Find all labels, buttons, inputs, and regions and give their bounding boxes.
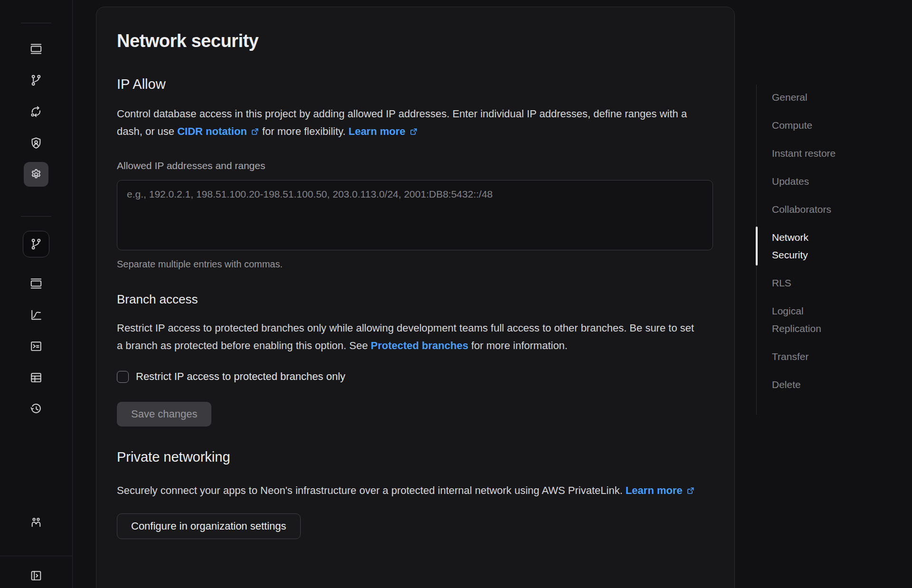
sidebar-item-monitoring[interactable] xyxy=(24,303,48,327)
external-link-icon xyxy=(409,127,418,136)
settings-card: Network security IP Allow Control databa… xyxy=(96,7,735,588)
save-changes-button[interactable]: Save changes xyxy=(117,402,211,427)
sidebar-item-overview[interactable] xyxy=(24,271,48,296)
configure-org-settings-button[interactable]: Configure in organization settings xyxy=(117,513,301,539)
sidebar-item-tables[interactable] xyxy=(24,365,48,390)
sidebar-item-sql-editor[interactable] xyxy=(24,334,48,359)
sidebar-item-branches[interactable] xyxy=(24,68,48,93)
project-settings-nav: GeneralComputeInstant restoreUpdatesColl… xyxy=(772,88,841,404)
private-networking-learn-more-link[interactable]: Learn more xyxy=(626,484,695,496)
ip-allow-description: Control database access in this project … xyxy=(117,105,697,140)
ip-field-helper: Separate multiple entries with commas. xyxy=(117,259,714,270)
nav-item-updates[interactable]: Updates xyxy=(772,172,841,190)
nav-item-delete[interactable]: Delete xyxy=(772,376,841,393)
restore-icon xyxy=(29,105,43,118)
nav-item-instant-restore[interactable]: Instant restore xyxy=(772,144,841,162)
ip-allow-heading: IP Allow xyxy=(117,76,714,93)
sidebar-item-project-branch[interactable] xyxy=(23,231,49,257)
private-networking-description: Securely connect your apps to Neon's inf… xyxy=(117,482,697,499)
sidebar-item-roles[interactable] xyxy=(24,131,48,155)
nav-item-network-security[interactable]: Network Security xyxy=(772,228,841,264)
protected-branches-link[interactable]: Protected branches xyxy=(370,340,468,351)
people-icon xyxy=(29,516,43,529)
terminal-icon xyxy=(29,340,43,353)
windows-icon xyxy=(29,277,43,290)
table-icon xyxy=(29,371,43,384)
sidebar-divider xyxy=(21,216,51,217)
sidebar-item-history[interactable] xyxy=(24,397,48,421)
external-link-icon xyxy=(686,486,695,495)
ip-allow-learn-more-link[interactable]: Learn more xyxy=(349,125,418,137)
private-networking-heading: Private networking xyxy=(117,448,714,465)
gear-icon xyxy=(29,168,43,181)
sidebar-divider xyxy=(0,556,72,556)
sidebar-collapse-button[interactable] xyxy=(24,563,48,588)
branch-access-description: Restrict IP access to protected branches… xyxy=(117,319,697,354)
sidebar-item-settings[interactable] xyxy=(24,162,48,187)
restrict-ip-checkbox[interactable] xyxy=(117,371,129,383)
branch-access-heading: Branch access xyxy=(117,292,714,307)
windows-icon xyxy=(29,42,43,56)
git-branch-icon xyxy=(29,237,43,251)
nav-item-general[interactable]: General xyxy=(772,88,841,106)
git-branch-icon xyxy=(29,74,43,87)
sidebar-item-dashboard[interactable] xyxy=(24,37,48,61)
sidebar-divider xyxy=(21,23,51,23)
sidebar-item-invite-people[interactable] xyxy=(24,510,48,535)
left-icon-sidebar xyxy=(0,0,73,588)
nav-item-logical-replication[interactable]: Logical Replication xyxy=(772,302,841,337)
sidebar-item-restore[interactable] xyxy=(24,99,48,124)
nav-item-transfer[interactable]: Transfer xyxy=(772,348,841,365)
private-networking-desc-text: Securely connect your apps to Neon's inf… xyxy=(117,484,626,496)
allowed-ip-input[interactable] xyxy=(117,180,713,250)
restrict-ip-checkbox-row[interactable]: Restrict IP access to protected branches… xyxy=(117,370,714,383)
restrict-ip-checkbox-label: Restrict IP access to protected branches… xyxy=(136,370,345,383)
shield-user-icon xyxy=(29,136,43,150)
nav-item-compute[interactable]: Compute xyxy=(772,116,841,134)
collapse-panel-icon xyxy=(29,569,43,582)
external-link-icon xyxy=(250,127,259,136)
cidr-notation-link[interactable]: CIDR notation xyxy=(177,125,259,137)
ip-field-label: Allowed IP addresses and ranges xyxy=(117,160,714,171)
chart-curve-icon xyxy=(29,308,43,322)
ip-allow-desc-text-2: for more flexibility. xyxy=(259,125,349,137)
nav-item-collaborators[interactable]: Collaborators xyxy=(772,200,841,218)
history-icon xyxy=(29,402,43,416)
page-title: Network security xyxy=(117,30,714,52)
nav-item-rls[interactable]: RLS xyxy=(772,274,841,292)
branch-access-desc-text-2: for more information. xyxy=(468,340,568,351)
